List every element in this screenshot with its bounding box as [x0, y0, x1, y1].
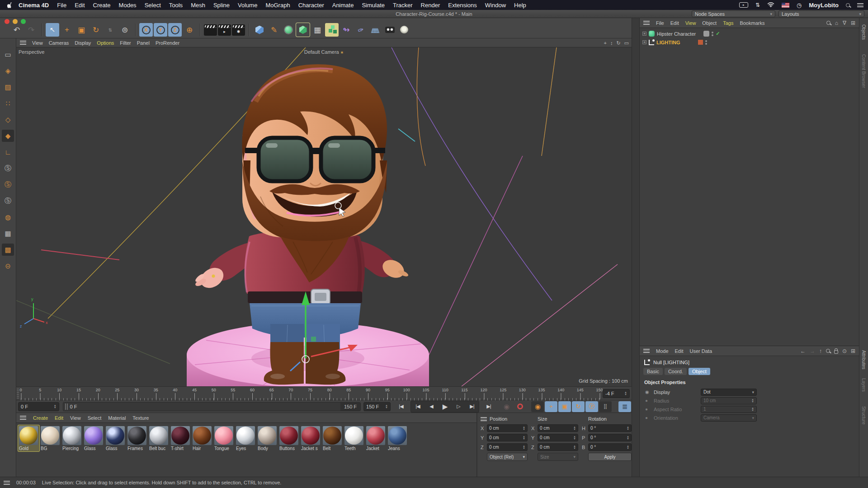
- material-belt-buc-6[interactable]: Belt buc: [148, 425, 170, 451]
- add-panel-icon[interactable]: ⊞: [851, 348, 855, 354]
- attr-tab-coord[interactable]: Coord.: [665, 368, 687, 375]
- size-y-field[interactable]: 0 cm▲▼: [538, 434, 578, 441]
- range-end-label[interactable]: 150 F: [340, 403, 360, 411]
- add-mograph-cloner-button[interactable]: [325, 23, 339, 37]
- menubar-item-file[interactable]: File: [57, 2, 66, 9]
- key-scale-button[interactable]: ▣: [558, 401, 571, 412]
- material-thumbnail[interactable]: [279, 426, 298, 445]
- render-settings-button[interactable]: ✱: [232, 24, 245, 36]
- menubar-item-volume[interactable]: Volume: [238, 2, 257, 9]
- om-add-icon[interactable]: ⊞: [851, 20, 855, 26]
- range-start-grip[interactable]: [65, 404, 68, 410]
- om-menu-bookmarks[interactable]: Bookmarks: [740, 20, 764, 26]
- material-bg-1[interactable]: BG: [40, 425, 61, 451]
- close-window-button[interactable]: [5, 19, 9, 24]
- material-thumbnail[interactable]: [344, 426, 363, 445]
- enabled-check-icon[interactable]: ✓: [716, 31, 720, 37]
- play-backwards-button[interactable]: ◀: [425, 401, 438, 412]
- render-to-picture-viewer-button[interactable]: ▸: [218, 24, 231, 36]
- layer-tag-icon[interactable]: [698, 40, 703, 45]
- clock-icon[interactable]: ◷: [797, 2, 802, 9]
- timeline-ruler[interactable]: 0510152025303540455055606570758085909510…: [16, 386, 632, 400]
- attr-menu-user-data[interactable]: User Data: [690, 348, 712, 354]
- redo-button[interactable]: ↷: [24, 23, 38, 37]
- material-menu-view[interactable]: View: [70, 415, 81, 421]
- om-search-icon[interactable]: [826, 21, 830, 25]
- side-tab-structure[interactable]: Structure: [861, 406, 866, 425]
- menubar-item-render[interactable]: Render: [421, 2, 440, 9]
- menubar-item-tools[interactable]: Tools: [169, 2, 183, 9]
- viewport-camera-label[interactable]: Default Camera∗: [304, 49, 344, 55]
- notification-center-icon[interactable]: [857, 3, 863, 7]
- spinner-arrows-icon[interactable]: ▲▼: [624, 391, 627, 396]
- keyframe-circle-icon[interactable]: ◉: [645, 389, 650, 394]
- material-menu-edit[interactable]: Edit: [55, 415, 63, 421]
- lock-icon[interactable]: [834, 350, 838, 354]
- rotation-b-field[interactable]: 0 °▲▼: [588, 443, 632, 451]
- add-field-button[interactable]: ↬: [340, 23, 353, 37]
- spotlight-search-icon[interactable]: [846, 3, 850, 7]
- material-jeans-17[interactable]: Jeans: [387, 425, 408, 451]
- material-glass-4[interactable]: Glass: [105, 425, 126, 451]
- menubar-item-spline[interactable]: Spline: [213, 2, 230, 9]
- end-frame-field[interactable]: 150 F ▲▼: [363, 402, 391, 411]
- menubar-item-mograph[interactable]: MoGraph: [265, 2, 290, 9]
- history-forward-icon[interactable]: →: [810, 348, 815, 354]
- undo-button[interactable]: ↶: [10, 23, 24, 37]
- material-menu-texture[interactable]: Texture: [132, 415, 149, 421]
- om-menu-view[interactable]: View: [685, 20, 696, 26]
- keyframe-circle-icon[interactable]: ●: [645, 407, 650, 412]
- window-titlebar[interactable]: Character-Rig-Course.c4d * - Main Node S…: [0, 10, 868, 18]
- object-label[interactable]: LIGHTING: [656, 40, 680, 45]
- goto-previous-key-button[interactable]: |◀: [411, 401, 424, 412]
- size-mode-dropdown[interactable]: Size▾: [538, 453, 578, 461]
- size-x-field[interactable]: 0 cm▲▼: [538, 424, 578, 432]
- material-frames-5[interactable]: Frames: [127, 425, 148, 451]
- timeline-ticks[interactable]: 0510152025303540455055606570758085909510…: [21, 387, 599, 401]
- enable-snap-button[interactable]: Ⓢ: [2, 162, 14, 174]
- material-thumbnail[interactable]: [127, 426, 146, 445]
- material-menu-grip-icon[interactable]: [20, 416, 26, 420]
- om-menu-object[interactable]: Object: [702, 20, 717, 26]
- material-piercing-2[interactable]: Piercing: [61, 425, 83, 451]
- material-menu-select[interactable]: Select: [88, 415, 102, 421]
- apple-menu-icon[interactable]: [7, 2, 13, 9]
- coord-toggle-button[interactable]: ⇅: [104, 23, 117, 37]
- lock-y-axis-button[interactable]: Y: [154, 23, 167, 37]
- timeline-grip[interactable]: [17, 389, 19, 399]
- active-object-row[interactable]: Null [LIGHTING]: [640, 356, 859, 368]
- add-floor-button[interactable]: ▦: [368, 23, 382, 37]
- spinner-arrows-icon[interactable]: ▲▼: [385, 404, 388, 409]
- om-home-icon[interactable]: ⌂: [835, 20, 838, 26]
- status-grip-icon[interactable]: [4, 481, 10, 485]
- menubar-item-tracker[interactable]: Tracker: [393, 2, 413, 9]
- frame-offset-field[interactable]: -4 F ▲▼: [603, 389, 630, 398]
- viewport-canvas[interactable]: y x z: [16, 47, 632, 386]
- lock-workplane-button[interactable]: ⊝: [2, 260, 14, 272]
- toggle-view-icon[interactable]: ▭: [624, 40, 629, 46]
- snap-modes-button[interactable]: Ⓢ: [2, 178, 14, 191]
- om-filter-icon[interactable]: ∇: [843, 20, 846, 26]
- attr-tab-object[interactable]: Object: [689, 368, 710, 375]
- material-thumbnail[interactable]: [214, 426, 233, 445]
- material-thumbnail[interactable]: [388, 426, 407, 445]
- add-spline-pen-button[interactable]: ✎: [267, 23, 281, 37]
- updown-arrows-icon[interactable]: ⇅: [755, 2, 760, 8]
- viewport-menu-cameras[interactable]: Cameras: [49, 40, 69, 46]
- attribute-menu-grip-icon[interactable]: [643, 349, 650, 353]
- material-belt-14[interactable]: Belt: [322, 425, 343, 451]
- add-subdivision-surface-button[interactable]: [282, 23, 295, 37]
- material-jacket-16[interactable]: Jacket: [365, 425, 387, 451]
- apply-button[interactable]: Apply: [588, 453, 632, 461]
- material-thumbnail[interactable]: [84, 426, 103, 445]
- add-light-button[interactable]: [397, 23, 411, 37]
- keyframe-selection-button[interactable]: ◉: [531, 401, 544, 412]
- viewport-solo-button[interactable]: ◍: [2, 211, 14, 223]
- goto-next-frame-button[interactable]: ▷: [452, 401, 465, 412]
- texture-mode-button[interactable]: ▨: [2, 81, 14, 93]
- expand-icon[interactable]: +: [642, 40, 646, 44]
- object-label[interactable]: Hipster Character: [657, 31, 696, 37]
- play-forwards-button[interactable]: ▶: [439, 401, 451, 412]
- position-z-field[interactable]: 0 cm▲▼: [487, 443, 528, 451]
- key-parameter-button[interactable]: Ⓟ: [585, 401, 598, 412]
